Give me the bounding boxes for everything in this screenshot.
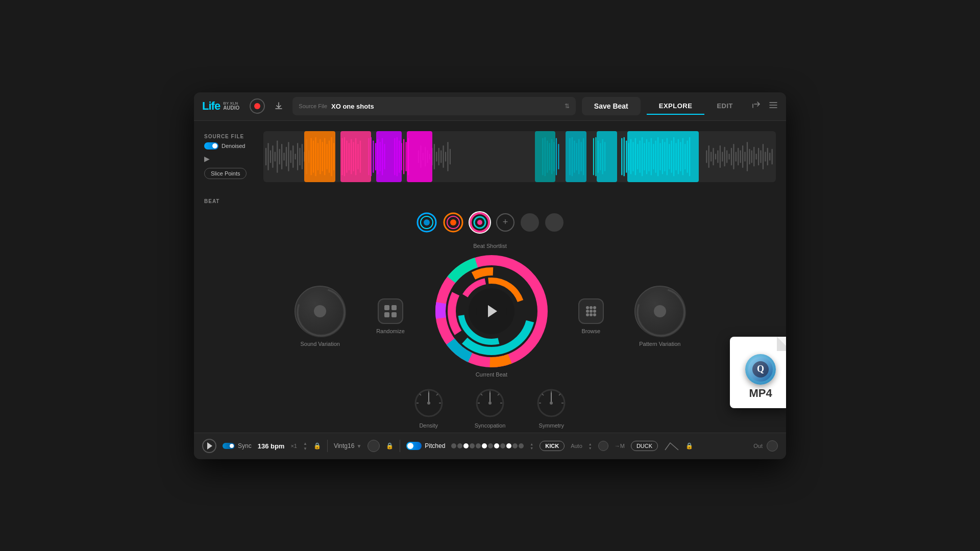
svg-rect-124	[710, 152, 712, 161]
step-9[interactable]	[500, 443, 505, 448]
source-play-button[interactable]: ▶	[204, 155, 255, 163]
steps-up-icon[interactable]: ▲	[530, 442, 533, 446]
waveform-container[interactable]	[263, 131, 776, 182]
svg-rect-129	[722, 152, 723, 161]
current-beat-container[interactable]	[435, 255, 548, 367]
page-corner-icon	[777, 337, 786, 351]
kick-button[interactable]: KICK	[540, 441, 565, 451]
waveform-segment-bright-magenta[interactable]	[407, 131, 432, 182]
steps-arrows[interactable]: ▲ ▼	[530, 442, 533, 450]
duck-button[interactable]: DUCK	[631, 441, 658, 451]
source-label: Source File	[299, 103, 327, 109]
share-icon[interactable]	[751, 101, 761, 112]
syncopation-knob[interactable]	[475, 388, 505, 418]
auto-arrows[interactable]: ▲ ▼	[589, 442, 592, 450]
svg-rect-140	[747, 142, 748, 171]
save-beat-button[interactable]: Save Beat	[582, 97, 641, 115]
slope-lock-icon[interactable]: 🔒	[685, 442, 693, 449]
tab-explore[interactable]: EXPLORE	[647, 98, 705, 115]
step-11[interactable]	[512, 443, 518, 448]
svg-rect-125	[713, 147, 714, 165]
steps-down-icon[interactable]: ▼	[530, 446, 533, 450]
bpm-up-icon[interactable]: ▲	[303, 441, 307, 446]
qt-shine	[748, 357, 773, 382]
logo-xln: AUDIO	[223, 106, 239, 111]
density-knob[interactable]	[413, 388, 444, 418]
step-1[interactable]	[451, 443, 456, 448]
svg-rect-6	[279, 148, 280, 164]
auto-down-icon[interactable]: ▼	[589, 446, 592, 450]
svg-line-200	[498, 394, 499, 395]
sound-variation-knob[interactable]	[295, 286, 346, 337]
download-button[interactable]	[271, 98, 286, 114]
play-beat-button[interactable]	[476, 296, 507, 327]
svg-rect-143	[753, 146, 754, 166]
step-4[interactable]	[470, 443, 475, 448]
step-10[interactable]	[506, 443, 511, 448]
pitched-toggle[interactable]: Pitched	[406, 442, 445, 450]
preset-lock-icon[interactable]: 🔒	[386, 442, 394, 449]
pattern-variation-knob[interactable]	[634, 286, 685, 337]
slice-points-button[interactable]: Slice Points	[204, 168, 247, 179]
browse-button[interactable]	[578, 298, 604, 324]
main-play-button[interactable]	[202, 439, 216, 453]
source-name: XO one shots	[331, 103, 560, 110]
symmetry-knob[interactable]	[536, 388, 567, 418]
header-icons	[751, 101, 778, 112]
beat-shortlist-item-3[interactable]	[470, 212, 490, 233]
randomize-button[interactable]	[378, 298, 403, 324]
svg-rect-77	[558, 144, 559, 169]
auto-up-icon[interactable]: ▲	[589, 442, 592, 446]
syncopation-label: Syncopation	[475, 422, 506, 429]
step-5[interactable]	[476, 443, 481, 448]
svg-point-179	[586, 306, 589, 309]
step-12[interactable]	[519, 443, 524, 448]
record-button[interactable]	[250, 98, 265, 114]
svg-rect-142	[751, 150, 752, 163]
svg-rect-12	[292, 145, 293, 167]
svg-rect-76	[556, 138, 557, 175]
step-6[interactable]	[482, 443, 487, 448]
sound-variation-group: Sound Variation	[295, 286, 346, 347]
play-icon	[488, 305, 497, 317]
fx-knob[interactable]	[598, 441, 608, 451]
tab-edit[interactable]: EDIT	[704, 98, 745, 115]
menu-icon[interactable]	[769, 101, 778, 112]
preset-selector[interactable]: Vintg16 ▼	[334, 442, 361, 449]
steps-display	[451, 443, 524, 448]
step-7[interactable]	[488, 443, 493, 448]
beat-shortlist-item-2[interactable]	[443, 212, 463, 233]
preset-knob[interactable]	[368, 440, 380, 452]
waveform-segment-teal-large[interactable]	[627, 131, 699, 182]
source-selector[interactable]: Source File XO one shots ⇅	[292, 97, 575, 115]
separator-1	[327, 440, 328, 452]
svg-rect-128	[720, 145, 721, 167]
step-8[interactable]	[494, 443, 499, 448]
syncopation-group: Syncopation	[475, 388, 506, 429]
waveform-segment-teal2[interactable]	[566, 131, 586, 182]
denoised-pill[interactable]	[204, 142, 218, 149]
beat-shortlist-item-1[interactable]	[416, 212, 437, 233]
waveform-segment-orange[interactable]	[304, 131, 335, 182]
waveform-segment-teal1[interactable]	[535, 131, 555, 182]
beat-empty-slot-2	[545, 213, 564, 232]
pitched-pill[interactable]	[406, 442, 422, 450]
beat-add-button[interactable]: +	[496, 213, 514, 232]
beat-shortlist-label: Beat Shortlist	[473, 243, 506, 249]
svg-rect-150	[769, 153, 770, 160]
sync-toggle[interactable]	[223, 443, 235, 449]
output-knob[interactable]	[767, 440, 778, 452]
bpm-arrows[interactable]: ▲ ▼	[303, 441, 307, 451]
bpm-down-icon[interactable]: ▼	[303, 446, 307, 451]
waveform-segment-teal3[interactable]	[597, 131, 617, 182]
denoised-dot	[212, 143, 217, 148]
svg-point-184	[593, 310, 596, 313]
svg-rect-146	[760, 150, 761, 163]
step-2[interactable]	[457, 443, 462, 448]
step-3[interactable]	[463, 443, 469, 448]
lock-icon[interactable]: 🔒	[313, 442, 321, 449]
waveform-segment-pink[interactable]	[340, 131, 371, 182]
svg-rect-14	[297, 143, 298, 170]
waveform-segment-magenta[interactable]	[376, 131, 402, 182]
denoised-toggle[interactable]: Denoised	[204, 142, 255, 149]
